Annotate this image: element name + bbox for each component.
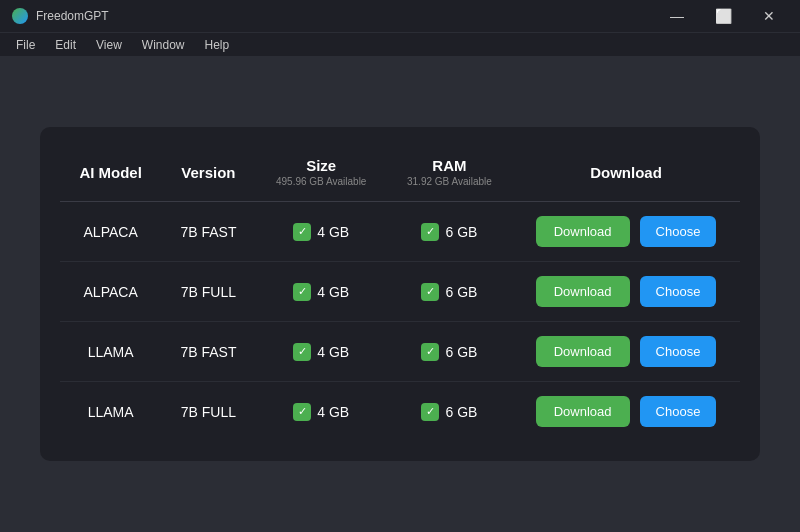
cell-actions-2: Download Choose xyxy=(512,322,740,382)
ram-check-icon-3: ✓ xyxy=(421,403,439,421)
size-value-3: 4 GB xyxy=(317,404,349,420)
col-header-ram: RAM 31.92 GB Available xyxy=(387,147,512,202)
model-table: AI Model Version Size 495.96 GB Availabl… xyxy=(60,147,740,441)
ram-value-0: 6 GB xyxy=(445,224,477,240)
table-row: ALPACA 7B FULL ✓ 4 GB ✓ 6 GB Download Ch… xyxy=(60,262,740,322)
menu-view[interactable]: View xyxy=(88,36,130,54)
close-button[interactable]: ✕ xyxy=(746,0,792,32)
minimize-button[interactable]: — xyxy=(654,0,700,32)
ram-value-2: 6 GB xyxy=(445,344,477,360)
title-bar-controls: — ⬜ ✕ xyxy=(654,0,792,32)
size-check-icon-1: ✓ xyxy=(293,283,311,301)
cell-size-2: ✓ 4 GB xyxy=(256,322,387,382)
cell-version-0: 7B FAST xyxy=(161,202,255,262)
download-button-3[interactable]: Download xyxy=(536,396,630,427)
menu-help[interactable]: Help xyxy=(197,36,238,54)
table-row: LLAMA 7B FAST ✓ 4 GB ✓ 6 GB Download Cho… xyxy=(60,322,740,382)
cell-version-1: 7B FULL xyxy=(161,262,255,322)
choose-button-3[interactable]: Choose xyxy=(640,396,717,427)
size-check-icon-2: ✓ xyxy=(293,343,311,361)
app-icon xyxy=(12,8,28,24)
download-button-2[interactable]: Download xyxy=(536,336,630,367)
menu-file[interactable]: File xyxy=(8,36,43,54)
table-row: LLAMA 7B FULL ✓ 4 GB ✓ 6 GB Download Cho… xyxy=(60,382,740,442)
ram-check-icon-0: ✓ xyxy=(421,223,439,241)
table-row: ALPACA 7B FAST ✓ 4 GB ✓ 6 GB Download Ch… xyxy=(60,202,740,262)
download-button-0[interactable]: Download xyxy=(536,216,630,247)
title-bar-left: FreedomGPT xyxy=(12,8,109,24)
cell-ram-0: ✓ 6 GB xyxy=(387,202,512,262)
cell-actions-1: Download Choose xyxy=(512,262,740,322)
size-value-0: 4 GB xyxy=(317,224,349,240)
choose-button-0[interactable]: Choose xyxy=(640,216,717,247)
size-check-icon-3: ✓ xyxy=(293,403,311,421)
cell-ram-1: ✓ 6 GB xyxy=(387,262,512,322)
ram-sub: 31.92 GB Available xyxy=(403,176,496,187)
table-container: AI Model Version Size 495.96 GB Availabl… xyxy=(40,127,760,461)
choose-button-1[interactable]: Choose xyxy=(640,276,717,307)
title-bar: FreedomGPT — ⬜ ✕ xyxy=(0,0,800,32)
ram-value-3: 6 GB xyxy=(445,404,477,420)
col-header-model: AI Model xyxy=(60,147,161,202)
cell-size-1: ✓ 4 GB xyxy=(256,262,387,322)
main-content: AI Model Version Size 495.96 GB Availabl… xyxy=(0,56,800,532)
ram-value-1: 6 GB xyxy=(445,284,477,300)
menu-edit[interactable]: Edit xyxy=(47,36,84,54)
ram-check-icon-2: ✓ xyxy=(421,343,439,361)
col-header-size: Size 495.96 GB Available xyxy=(256,147,387,202)
cell-size-0: ✓ 4 GB xyxy=(256,202,387,262)
cell-model-3: LLAMA xyxy=(60,382,161,442)
size-value-2: 4 GB xyxy=(317,344,349,360)
size-value-1: 4 GB xyxy=(317,284,349,300)
menu-bar: File Edit View Window Help xyxy=(0,32,800,56)
cell-model-0: ALPACA xyxy=(60,202,161,262)
cell-ram-3: ✓ 6 GB xyxy=(387,382,512,442)
cell-ram-2: ✓ 6 GB xyxy=(387,322,512,382)
maximize-button[interactable]: ⬜ xyxy=(700,0,746,32)
app-title: FreedomGPT xyxy=(36,9,109,23)
cell-version-3: 7B FULL xyxy=(161,382,255,442)
col-header-version: Version xyxy=(161,147,255,202)
cell-version-2: 7B FAST xyxy=(161,322,255,382)
cell-size-3: ✓ 4 GB xyxy=(256,382,387,442)
col-header-download: Download xyxy=(512,147,740,202)
cell-model-2: LLAMA xyxy=(60,322,161,382)
cell-model-1: ALPACA xyxy=(60,262,161,322)
size-sub: 495.96 GB Available xyxy=(272,176,371,187)
cell-actions-0: Download Choose xyxy=(512,202,740,262)
size-check-icon-0: ✓ xyxy=(293,223,311,241)
cell-actions-3: Download Choose xyxy=(512,382,740,442)
ram-check-icon-1: ✓ xyxy=(421,283,439,301)
download-button-1[interactable]: Download xyxy=(536,276,630,307)
menu-window[interactable]: Window xyxy=(134,36,193,54)
choose-button-2[interactable]: Choose xyxy=(640,336,717,367)
table-header-row: AI Model Version Size 495.96 GB Availabl… xyxy=(60,147,740,202)
